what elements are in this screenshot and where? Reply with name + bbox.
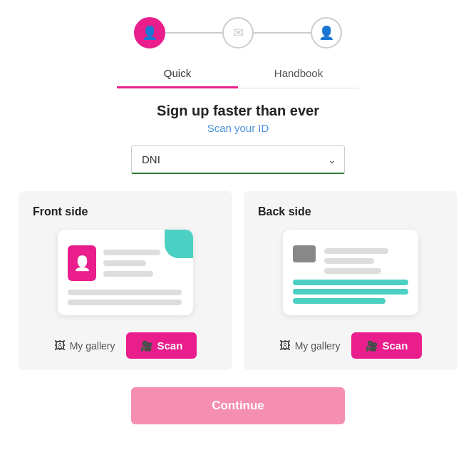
id-back-line-1	[324, 248, 388, 254]
id-bottom-line-1	[68, 290, 182, 295]
front-scan-button[interactable]: 🎥 Scan	[126, 332, 197, 359]
step-3-account: 👤	[311, 17, 342, 48]
id-back-line-2	[324, 258, 374, 264]
front-side-card: Front side 🖼 My gallery 🎥 Scan	[19, 191, 232, 370]
id-front-text-lines	[103, 250, 160, 277]
back-card-title: Back side	[258, 205, 311, 218]
camera-icon-back: 🎥	[366, 340, 378, 352]
front-card-actions: 🖼 My gallery 🎥 Scan	[54, 332, 197, 359]
heading-title: Sign up faster than ever	[157, 103, 319, 119]
id-line-2	[103, 260, 146, 266]
step-line-2	[254, 32, 311, 34]
gallery-icon-back: 🖼	[279, 339, 291, 352]
id-back-bottom-section	[293, 280, 408, 304]
id-back-teal-line-3	[293, 298, 386, 304]
step-2-email: ✉	[222, 17, 254, 48]
back-card-actions: 🖼 My gallery 🎥 Scan	[279, 332, 423, 359]
progress-stepper: 👤 ✉ 👤	[134, 17, 342, 48]
step-line-1	[165, 32, 222, 34]
tab-handbook[interactable]: Handbook	[238, 60, 359, 88]
id-back-line-3	[324, 268, 381, 274]
id-type-select[interactable]: DNI Passport Driver License	[131, 145, 345, 174]
back-scan-button[interactable]: 🎥 Scan	[351, 332, 422, 359]
id-bottom-line-2	[68, 300, 182, 305]
back-scan-label: Scan	[382, 339, 408, 352]
front-id-illustration	[58, 230, 193, 315]
id-avatar-icon	[68, 245, 96, 281]
id-back-teal-line-1	[293, 280, 408, 285]
continue-button[interactable]: Continue	[131, 387, 345, 424]
back-gallery-label: My gallery	[295, 340, 341, 352]
id-line-1	[103, 250, 160, 255]
id-line-3	[103, 271, 153, 277]
front-gallery-button[interactable]: 🖼 My gallery	[54, 339, 115, 352]
camera-icon: 🎥	[140, 340, 152, 352]
id-back-text-lines	[324, 248, 388, 274]
id-chip-icon	[293, 245, 316, 262]
heading-subtitle: Scan your ID	[157, 122, 319, 134]
id-front-bottom-lines	[68, 290, 182, 305]
front-scan-label: Scan	[157, 339, 182, 352]
step-1-person: 👤	[134, 17, 165, 48]
gallery-icon: 🖼	[54, 339, 66, 352]
front-card-title: Front side	[33, 205, 88, 218]
email-icon: ✉	[233, 25, 244, 41]
tab-bar: Quick Handbook	[117, 60, 359, 88]
account-icon: 👤	[319, 25, 334, 41]
tab-quick[interactable]: Quick	[117, 60, 238, 88]
id-type-dropdown-wrapper: DNI Passport Driver License ⌄	[131, 145, 345, 174]
back-side-card: Back side 🖼 My gallery 🎥 Scan	[244, 191, 457, 370]
page-heading: Sign up faster than ever Scan your ID	[157, 103, 319, 134]
front-gallery-label: My gallery	[70, 340, 115, 352]
back-id-illustration	[283, 230, 418, 315]
back-gallery-button[interactable]: 🖼 My gallery	[279, 339, 341, 352]
person-icon: 👤	[142, 25, 157, 41]
id-back-teal-line-2	[293, 289, 408, 295]
id-cards-container: Front side 🖼 My gallery 🎥 Scan	[4, 191, 472, 370]
